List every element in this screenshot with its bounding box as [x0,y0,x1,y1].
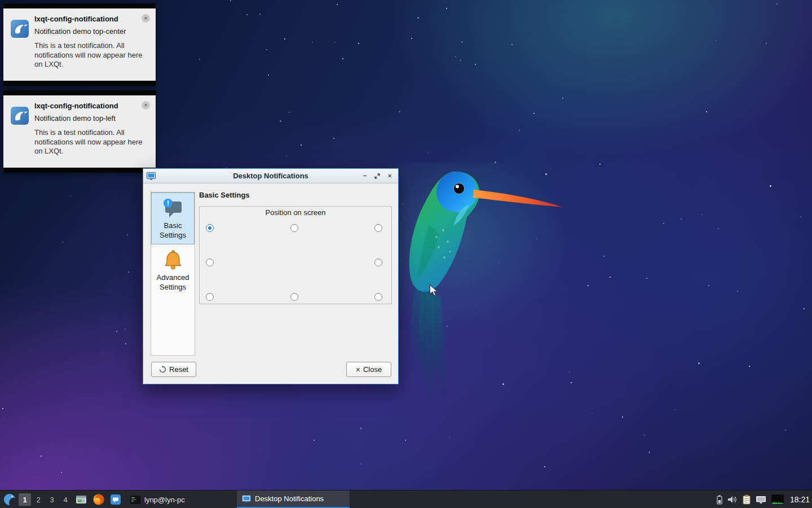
workspace-button-1[interactable]: 1 [19,493,31,506]
restore-button[interactable] [372,171,382,181]
notification-texts: lxqt-config-notificationd × Notification… [34,14,150,74]
chat-launcher-icon[interactable] [109,493,122,506]
dialog-close-button[interactable]: × Close [346,362,391,377]
reset-button[interactable]: Reset [151,362,196,377]
reset-button-label: Reset [169,365,188,374]
window-app-icon [147,172,156,180]
notification-texts: lxqt-config-notificationd × Notification… [34,101,150,161]
cpu-monitor[interactable] [771,494,784,505]
radio-position-middle-right[interactable] [374,259,382,266]
battery-icon[interactable] [717,495,722,505]
taskbar-task-terminal[interactable]: lynp@lyn-pc [125,491,236,508]
mouse-cursor [429,284,439,297]
notification-bubble-icon: ! [162,197,184,220]
notification-top-bar [3,90,156,95]
groupbox-title: Position on screen [200,208,391,217]
close-button-label: Close [363,365,382,374]
reset-icon [159,366,166,373]
notification-content: lxqt-config-notificationd × Notification… [3,8,156,81]
desktop-notifications-window: Desktop Notifications − × ! Basic Settin… [143,168,399,384]
terminal-icon [130,496,140,504]
radio-position-middle-left[interactable] [206,259,214,266]
lxqt-logo-icon [10,106,29,161]
sidebar-item-basic-settings[interactable]: ! Basic Settings [151,192,195,244]
notification-popup: lxqt-config-notificationd × Notification… [3,3,156,86]
notification-body: This is a test notification. All notific… [34,128,150,157]
bell-icon [162,249,184,271]
display-icon[interactable] [756,496,766,504]
notification-summary: Notification demo top-center [34,27,150,37]
notification-bottom-bar [3,168,156,173]
notification-app-name: lxqt-config-notificationd [34,101,142,110]
close-x-icon: × [356,366,360,374]
radio-position-top-right[interactable] [374,224,382,232]
position-groupbox: Position on screen [199,206,392,304]
notification-close-icon[interactable]: × [142,14,150,23]
notification-app-name: lxqt-config-notificationd [34,14,142,23]
minimize-button[interactable]: − [360,171,370,181]
notification-content: lxqt-config-notificationd × Notification… [3,95,156,168]
desktop-launcher-icon[interactable] [75,493,87,506]
clipboard-icon[interactable] [743,494,751,505]
radio-position-bottom-left[interactable] [206,293,214,301]
window-titlebar[interactable]: Desktop Notifications − × [143,169,398,183]
notification-popup: lxqt-config-notificationd × Notification… [3,90,156,173]
radio-position-bottom-right[interactable] [374,293,382,301]
clock[interactable]: 18:21 [789,495,810,504]
workspace-button-4[interactable]: 4 [59,493,72,506]
radio-position-bottom-center[interactable] [290,293,298,301]
notification-top-bar [3,3,156,8]
svg-text:!: ! [167,199,169,207]
radio-position-top-center[interactable] [290,224,298,232]
task-label: Desktop Notifications [255,494,324,503]
desktop: lxqt-config-notificationd × Notification… [0,0,812,508]
notification-bottom-bar [3,81,156,86]
app-menu-button[interactable] [3,493,16,506]
settings-sidebar: ! Basic Settings Advanced Settings [151,192,195,356]
sidebar-item-label: Advanced Settings [152,273,193,292]
task-label: lynp@lyn-pc [144,496,185,504]
sidebar-item-label: Basic Settings [152,221,193,240]
radio-position-top-left[interactable] [206,224,214,232]
close-button[interactable]: × [385,171,395,181]
wallpaper-hummingbird [389,163,575,411]
notification-close-icon[interactable]: × [142,101,150,110]
notifications-app-icon [242,495,251,503]
workspace-button-3[interactable]: 3 [46,493,58,506]
volume-icon[interactable] [727,495,738,504]
page-heading: Basic Settings [199,191,250,199]
workspace-button-2[interactable]: 2 [32,493,45,506]
firefox-launcher-icon[interactable] [92,493,105,506]
sidebar-item-advanced-settings[interactable]: Advanced Settings [151,244,195,296]
lxqt-logo-icon [10,19,29,74]
system-tray: 18:21 [717,491,810,508]
taskbar-task-desktop-notifications[interactable]: Desktop Notifications [237,491,350,508]
notification-body: This is a test notification. All notific… [34,41,150,70]
taskbar: 1 2 3 4 lynp@lyn-pc Desktop Notification… [0,490,812,508]
notification-summary: Notification demo top-left [34,114,150,124]
